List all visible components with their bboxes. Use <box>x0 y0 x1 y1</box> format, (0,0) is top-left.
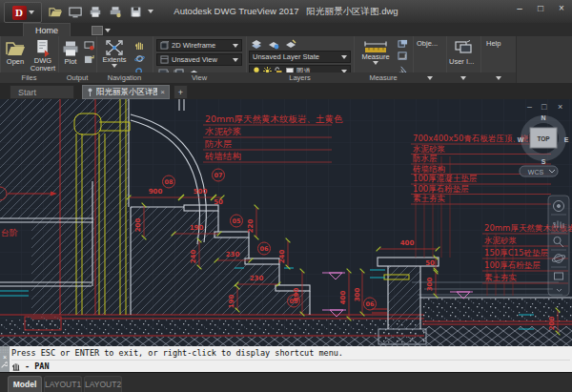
layer-state-icon[interactable] <box>267 38 280 50</box>
navbar-background <box>548 196 569 296</box>
dimension-text: 50 <box>425 259 435 267</box>
dimension-text: 900 <box>149 188 163 196</box>
visual-style-dropdown[interactable]: 2D Wireframe <box>156 39 242 52</box>
batch-plot-icon[interactable] <box>108 5 123 18</box>
viewcube-north[interactable]: N <box>541 114 545 121</box>
area-icon[interactable] <box>396 51 409 62</box>
viewcube-top-label[interactable]: TOP <box>537 135 550 142</box>
measure-button[interactable]: Measure <box>358 40 393 65</box>
tab-model[interactable]: Model <box>8 376 42 392</box>
minimize-button[interactable]: – <box>513 3 526 13</box>
new-tab-button[interactable]: + <box>174 85 188 99</box>
user-interface-icon <box>455 40 472 53</box>
tab-close-icon[interactable]: × <box>160 85 165 99</box>
ribbon: Open DWG Convert Files Plot Output Exten… <box>0 36 572 83</box>
dimension-text: 400 <box>400 239 415 247</box>
pin-icon <box>87 88 93 96</box>
wcs-menu[interactable]: WCS <box>520 166 558 176</box>
quick-measure-icon[interactable] <box>396 38 409 50</box>
callout-text: 水泥砂浆 <box>484 236 518 245</box>
tab-home[interactable]: Home <box>23 23 71 36</box>
dimension-text: 50 <box>214 198 223 206</box>
balloon-text: 06 <box>259 245 269 253</box>
maximize-button[interactable]: □ <box>534 3 547 13</box>
view-icon <box>160 55 169 64</box>
preview-icon[interactable] <box>82 40 95 52</box>
app-logo: D <box>12 6 27 20</box>
measure-label: Measure <box>361 53 389 61</box>
application-menu-button[interactable]: D <box>4 2 42 23</box>
sheet-view-icon[interactable] <box>68 5 83 18</box>
zoom-extents-button[interactable]: Extents <box>99 39 130 68</box>
ribbon-display-toggle[interactable] <box>92 25 112 35</box>
objects-panel-title[interactable]: Obje... <box>417 39 438 48</box>
save-icon[interactable] <box>128 5 143 18</box>
panel-user-expander[interactable] <box>446 72 480 83</box>
viewcube-east[interactable]: E <box>564 136 569 143</box>
user-interface-title[interactable]: User I... <box>449 57 474 66</box>
help-panel-title[interactable]: Help <box>486 39 500 48</box>
callout-text: 砖墙结构 <box>412 164 445 174</box>
viewcube-south[interactable]: S <box>541 158 546 165</box>
panel-objects-expander[interactable] <box>413 72 446 83</box>
open-label: Open <box>7 58 24 66</box>
status-bar: Model LAYOUT1 LAYOUT2 751576.2150, 11547… <box>0 372 572 392</box>
callout-text: 100厚石粉垫层 <box>413 184 469 194</box>
export-icon[interactable] <box>82 53 95 65</box>
callout-text: 20mm厚天然黄木纹板岩、土黄色 <box>205 113 343 124</box>
callout-text: 水泥砂浆 <box>413 144 446 154</box>
panel-output: Plot Output <box>58 36 97 83</box>
qat-customize-icon[interactable] <box>148 10 153 13</box>
chevron-down-icon <box>427 76 433 80</box>
chevron-down-icon <box>233 58 238 62</box>
measure-icon <box>363 40 388 53</box>
callout-text: 防水层 <box>413 154 438 163</box>
command-prompt-line[interactable]: - PAN <box>11 361 570 372</box>
print-icon[interactable] <box>88 5 103 18</box>
dimension-text: 190 <box>228 295 235 309</box>
drawing-canvas[interactable]: 20mm厚天然黄木纹板岩、土黄色水泥砂浆防水层砖墙结构700x400x50青石板… <box>0 99 572 346</box>
tab-start[interactable]: Start <box>10 85 74 99</box>
dwg-convert-button[interactable]: DWG Convert <box>30 39 56 72</box>
open-button[interactable]: Open <box>4 39 27 66</box>
doc-restore-button[interactable]: □ <box>541 102 547 112</box>
extents-label: Extents <box>102 56 126 64</box>
command-close-icon[interactable]: × <box>0 354 10 361</box>
layer-state-dropdown[interactable]: Unsaved Layer State <box>249 51 351 63</box>
ribbon-toggle-icon <box>92 26 103 35</box>
pan-icon[interactable] <box>133 39 146 51</box>
layer-state-value: Unsaved Layer State <box>253 52 338 61</box>
doc-minimize-button[interactable]: – <box>527 102 532 112</box>
panel-measure-label: Measure <box>354 72 413 83</box>
panel-help: Help <box>480 36 517 83</box>
panel-layers: Unsaved Layer State 园道 Layers <box>246 36 355 83</box>
close-button[interactable]: × <box>555 3 568 13</box>
chevron-down-icon <box>460 76 466 80</box>
plot-button[interactable]: Plot <box>60 39 81 66</box>
customize-wrench-icon[interactable] <box>0 361 8 369</box>
tab-layout1[interactable]: LAYOUT1 <box>44 376 82 392</box>
tab-document[interactable]: 阳光丽景小区详图 × <box>82 85 170 99</box>
viewcube-west[interactable]: W <box>518 136 524 143</box>
panel-help-expander[interactable] <box>480 72 516 83</box>
callout-text: 防水层 <box>205 138 233 149</box>
balloon-text: 08 <box>164 178 174 186</box>
view-state-value: Unsaved View <box>172 55 230 64</box>
open-icon[interactable] <box>48 5 63 18</box>
layer-properties-icon[interactable] <box>250 38 263 50</box>
dimension-text: 220 <box>247 219 255 234</box>
tab-layout2[interactable]: LAYOUT2 <box>84 376 122 392</box>
command-window-grip[interactable]: :::::::::: × <box>0 346 10 372</box>
balloon-text: 05 <box>232 217 241 225</box>
dwg-convert-icon <box>33 39 52 57</box>
dimension-text: 200 <box>134 218 142 233</box>
callout-text: 素土夯实 <box>413 194 445 203</box>
panel-user-interface: User I... <box>446 36 481 83</box>
doc-close-button[interactable]: × <box>558 102 562 112</box>
orbit-icon[interactable] <box>133 52 146 64</box>
layer-isolate-icon[interactable] <box>284 38 297 50</box>
panel-measure: Measure Measure <box>354 36 414 83</box>
view-state-dropdown[interactable]: Unsaved View <box>156 53 242 66</box>
dimension-text: 200 <box>548 317 556 331</box>
dimension-text: 300 <box>426 278 434 292</box>
